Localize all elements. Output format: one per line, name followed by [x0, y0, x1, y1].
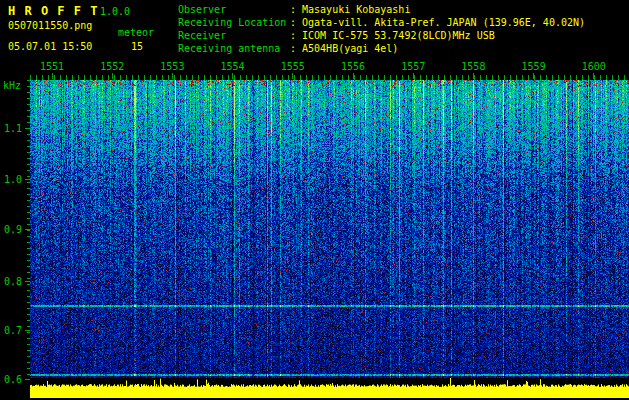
info-label: Receiver	[178, 29, 290, 42]
info-row-antenna: Receiving antenna: A504HB(yagi 4el)	[178, 42, 585, 55]
info-row-observer: Observer: Masayuki Kobayashi	[178, 3, 585, 16]
spectrogram-canvas	[30, 80, 629, 378]
signal-level-bars-canvas	[30, 378, 629, 400]
info-label: Observer	[178, 3, 290, 16]
freq-tick-label: 0.7	[0, 325, 22, 336]
info-row-location: Receiving Location: Ogata-vill. Akita-Pr…	[178, 16, 585, 29]
info-label: Receiving Location	[178, 16, 290, 29]
freq-tick-label: 0.6	[0, 374, 22, 385]
freq-tick-label: 1.0	[0, 174, 22, 185]
frequency-axis: kHz 1.1 1.0 0.9 0.8 0.7 0.6	[0, 0, 30, 400]
freq-tick-label: 1.1	[0, 123, 22, 134]
freq-tick-label: 0.9	[0, 224, 22, 235]
info-label: Receiving antenna	[178, 42, 290, 55]
app-version: 1.0.0	[100, 6, 130, 17]
info-value: : ICOM IC-575 53.7492(8LCD)MHz USB	[290, 30, 495, 41]
hrofft-window: H R O F F T 1.0.0 0507011550.png meteor …	[0, 0, 629, 400]
echo-count: 15	[131, 41, 143, 52]
freq-tick-label: 0.8	[0, 276, 22, 287]
frequency-unit-label: kHz	[3, 80, 21, 91]
station-info-block: Observer: Masayuki Kobayashi Receiving L…	[178, 3, 585, 55]
info-value: : Ogata-vill. Akita-Pref. JAPAN (139.96E…	[290, 17, 585, 28]
info-value: : Masayuki Kobayashi	[290, 4, 410, 15]
info-value: : A504HB(yagi 4el)	[290, 43, 398, 54]
mode-label: meteor	[118, 27, 154, 38]
info-row-receiver: Receiver: ICOM IC-575 53.7492(8LCD)MHz U…	[178, 29, 585, 42]
